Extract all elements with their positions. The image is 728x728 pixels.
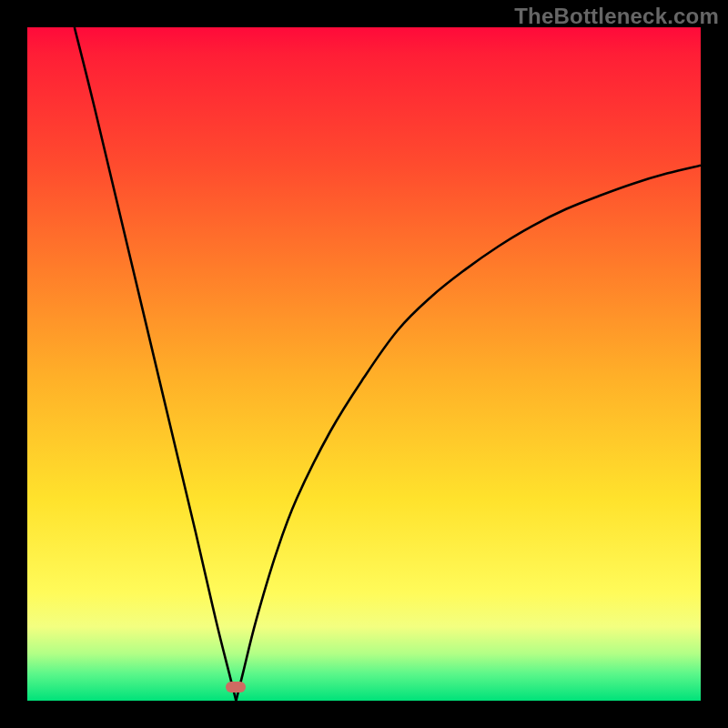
bottleneck-curve [27,27,701,701]
plot-area [27,27,701,701]
watermark-text: TheBottleneck.com [514,4,719,29]
vertex-marker [226,682,246,693]
curve-left-branch [75,27,237,701]
chart-frame: TheBottleneck.com [0,0,728,728]
curve-right-branch [236,166,701,701]
